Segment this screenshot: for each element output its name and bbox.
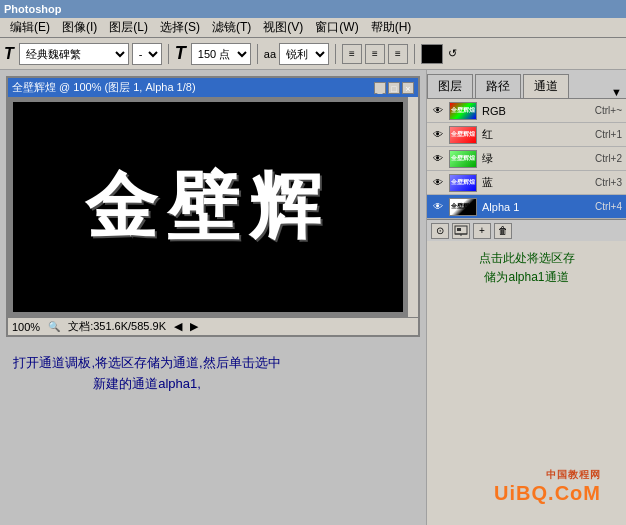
toolbar-divider-2 [257,44,258,64]
font-size-select[interactable]: 150 点 150 点 [191,43,251,65]
toolbar-divider-1 [168,44,169,64]
channel-shortcut-blue: Ctrl+3 [595,177,622,188]
document-window: 全壁辉煌 @ 100% (图层 1, Alpha 1/8) _ □ × 金壁辉 … [6,76,420,337]
eye-green[interactable]: 👁 [431,152,445,166]
channel-name-red: 红 [482,127,591,142]
menu-filter[interactable]: 滤镜(T) [206,18,257,37]
toolbar-divider-4 [414,44,415,64]
menu-window[interactable]: 窗口(W) [309,18,364,37]
instruction-text: 打开通道调板,将选区存储为通道,然后单击选中新建的通道alpha1, [12,353,282,395]
save-selection-btn[interactable] [452,223,470,239]
menu-select[interactable]: 选择(S) [154,18,206,37]
menu-image[interactable]: 图像(I) [56,18,103,37]
channel-row-blue[interactable]: 👁 全壁辉煌 蓝 Ctrl+3 [427,171,626,195]
right-instruction: 点击此处将选区存储为alpha1通道 [427,241,626,295]
eye-blue[interactable]: 👁 [431,176,445,190]
menu-view[interactable]: 视图(V) [257,18,309,37]
right-panel: 图层 路径 通道 ▼ 👁 全壁辉煌 RGB Ctrl+~ 👁 全壁辉煌 [426,70,626,525]
channel-name-green: 绿 [482,151,591,166]
doc-titlebar: 全壁辉煌 @ 100% (图层 1, Alpha 1/8) _ □ × [8,78,418,97]
aa-select[interactable]: 锐利 [279,43,329,65]
thumb-blue: 全壁辉煌 [449,174,477,192]
toolbar-divider-3 [335,44,336,64]
channel-row-red[interactable]: 👁 全壁辉煌 红 Ctrl+1 [427,123,626,147]
canvas-area: 全壁辉煌 @ 100% (图层 1, Alpha 1/8) _ □ × 金壁辉 … [0,70,426,525]
tab-channels[interactable]: 通道 [523,74,569,98]
channel-row-alpha[interactable]: 👁 全壁辉煌 Alpha 1 Ctrl+4 [427,195,626,219]
panel-tabs: 图层 路径 通道 ▼ [427,70,626,99]
channel-shortcut-green: Ctrl+2 [595,153,622,164]
canvas-text: 金壁辉 [85,159,331,255]
menu-edit[interactable]: 编辑(E) [4,18,56,37]
channel-name-blue: 蓝 [482,175,591,190]
watermark-sub: 中国教程网 [494,468,601,482]
new-channel-btn[interactable]: + [473,223,491,239]
doc-title: 全壁辉煌 @ 100% (图层 1, Alpha 1/8) [12,80,196,95]
channel-shortcut-alpha: Ctrl+4 [595,201,622,212]
aa-label: aa [264,48,276,60]
thumb-red: 全壁辉煌 [449,126,477,144]
doc-maximize-btn[interactable]: □ [388,82,400,94]
channels-footer: ⊙ + 🗑 [427,219,626,241]
align-left-btn[interactable]: ≡ [342,44,362,64]
thumb-green: 全壁辉煌 [449,150,477,168]
tab-layers[interactable]: 图层 [427,74,473,98]
channel-shortcut-red: Ctrl+1 [595,129,622,140]
toolbar: T 经典魏碑繁 - T 150 点 150 点 aa 锐利 ≡ ≡ ≡ ↺ [0,38,626,70]
canvas: 金壁辉 [13,102,403,312]
nav-prev[interactable]: ◀ [174,320,182,333]
instruction-area: 打开通道调板,将选区存储为通道,然后单击选中新建的通道alpha1, [6,347,420,519]
app-title: Photoshop [4,3,61,15]
color-swatch[interactable] [421,44,443,64]
svg-rect-1 [457,228,461,231]
channel-row-green[interactable]: 👁 全壁辉煌 绿 Ctrl+2 [427,147,626,171]
right-instruction-text: 点击此处将选区存储为alpha1通道 [479,251,575,284]
size-t-icon: T [175,43,186,64]
doc-statusbar: 100% 🔍 文档:351.6K/585.9K ◀ ▶ [8,317,418,335]
thumb-rgb: 全壁辉煌 [449,102,477,120]
title-bar: Photoshop [0,0,626,18]
zoom-level: 100% [12,321,40,333]
thumb-alpha: 全壁辉煌 [449,198,477,216]
eye-rgb[interactable]: 👁 [431,104,445,118]
watermark-text: UiBQ.CoM [494,482,601,505]
zoom-icon[interactable]: 🔍 [48,321,60,332]
eye-alpha[interactable]: 👁 [431,200,445,214]
doc-minimize-btn[interactable]: _ [374,82,386,94]
menu-help[interactable]: 帮助(H) [365,18,418,37]
load-channel-btn[interactable]: ⊙ [431,223,449,239]
channel-name-rgb: RGB [482,105,591,117]
channel-shortcut-rgb: Ctrl+~ [595,105,622,116]
menu-layer[interactable]: 图层(L) [103,18,154,37]
align-center-btn[interactable]: ≡ [365,44,385,64]
nav-next[interactable]: ▶ [190,320,198,333]
panel-menu-btn[interactable]: ▼ [611,86,622,98]
channel-name-alpha: Alpha 1 [482,201,591,213]
delete-channel-btn[interactable]: 🗑 [494,223,512,239]
doc-close-btn[interactable]: × [402,82,414,94]
eye-red[interactable]: 👁 [431,128,445,142]
canvas-container: 金壁辉 [8,97,408,317]
font-style-select[interactable]: - [132,43,162,65]
rotate-icon[interactable]: ↺ [448,47,457,60]
menu-bar: 编辑(E) 图像(I) 图层(L) 选择(S) 滤镜(T) 视图(V) 窗口(W… [0,18,626,38]
font-select[interactable]: 经典魏碑繁 [19,43,129,65]
channels-panel: 👁 全壁辉煌 RGB Ctrl+~ 👁 全壁辉煌 红 Ctrl+1 👁 全壁辉煌 [427,99,626,525]
tab-paths[interactable]: 路径 [475,74,521,98]
text-tool-icon: T [4,45,14,63]
main-area: 全壁辉煌 @ 100% (图层 1, Alpha 1/8) _ □ × 金壁辉 … [0,70,626,525]
channel-row-rgb[interactable]: 👁 全壁辉煌 RGB Ctrl+~ [427,99,626,123]
doc-info: 文档:351.6K/585.9K [68,319,166,334]
watermark: 中国教程网 UiBQ.CoM [494,468,601,505]
align-right-btn[interactable]: ≡ [388,44,408,64]
